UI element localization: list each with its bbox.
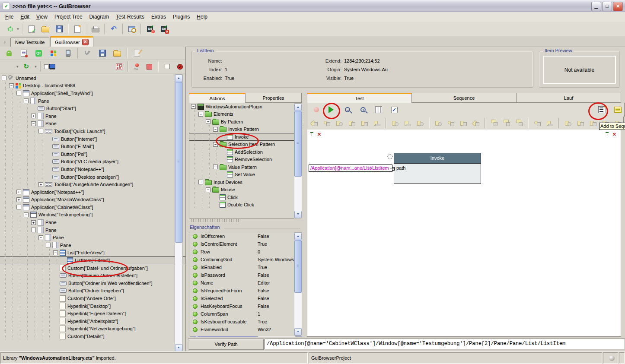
- tree-row[interactable]: Invoke: [189, 133, 302, 141]
- invoke-action-node[interactable]: Invoke path: [394, 153, 481, 184]
- minimize-button[interactable]: ▁: [591, 2, 601, 11]
- maximize-button[interactable]: □: [602, 2, 612, 11]
- collapse-icon[interactable]: −: [191, 104, 196, 109]
- tree-row[interactable]: −Window["Testumgebung"]: [0, 211, 185, 219]
- save-small-button[interactable]: [96, 47, 109, 59]
- tab-close-icon[interactable]: ✕: [82, 39, 89, 45]
- link-join-button[interactable]: [545, 117, 555, 129]
- dropdown-button[interactable]: ▼: [34, 60, 38, 73]
- align-middle-button[interactable]: [359, 117, 370, 129]
- tree-row[interactable]: Button["Ordner im Web veröffentlichen"]: [0, 279, 185, 287]
- tree-row[interactable]: −Desktop - localhost:9988: [0, 82, 185, 90]
- new-tab-button[interactable]: +: [0, 38, 10, 47]
- mobile-button[interactable]: [61, 47, 74, 59]
- collapse-icon[interactable]: −: [9, 83, 14, 88]
- property-row[interactable]: Row0: [189, 248, 302, 256]
- tree-row[interactable]: +Application["MozillaWindowClass"]: [0, 196, 185, 204]
- record-disabled-button[interactable]: [310, 104, 323, 116]
- collapse-icon[interactable]: −: [24, 98, 29, 103]
- tree-row[interactable]: Button["Notepad++"]: [0, 165, 185, 173]
- dropdown-button[interactable]: ▼: [15, 60, 19, 73]
- tree-row[interactable]: −Pane: [0, 234, 185, 241]
- tree-row[interactable]: +Application["Notepad++"]: [0, 188, 185, 196]
- collapse-icon[interactable]: −: [206, 119, 210, 124]
- tree-row[interactable]: Button["Desktop anzeigen"]: [0, 173, 185, 181]
- collapse-icon[interactable]: −: [24, 212, 29, 217]
- scroll-thumb[interactable]: [175, 82, 182, 243]
- tree-row[interactable]: Click: [189, 193, 302, 201]
- grid-red-button[interactable]: [114, 60, 124, 73]
- tree-row[interactable]: −Elements: [189, 111, 302, 118]
- node-down-button[interactable]: [402, 117, 413, 129]
- menu-test-results[interactable]: Test-Results: [112, 13, 148, 21]
- element-path-field[interactable]: /Application[@name='CabinetWClass']/Wind…: [265, 339, 625, 349]
- menu-edit[interactable]: Edit: [17, 13, 33, 21]
- tree-row[interactable]: Hyperlink["Netzwerkumgebung"]: [0, 325, 185, 333]
- undo-button[interactable]: ↶: [107, 23, 120, 35]
- element-up-button[interactable]: [471, 117, 481, 129]
- menu-help[interactable]: Help: [193, 13, 211, 21]
- validate-check-button[interactable]: ✓: [388, 104, 401, 116]
- property-row[interactable]: IsOffscreenFalse: [189, 232, 302, 240]
- android-button[interactable]: [3, 47, 16, 59]
- property-row[interactable]: IsControlElementTrue: [189, 240, 302, 248]
- selenium-stop-button[interactable]: Se✓✕: [157, 23, 170, 35]
- conn-ortho-1-button[interactable]: [575, 117, 586, 129]
- zoom-in-button[interactable]: +: [357, 104, 370, 116]
- doc-tab-new-testsuite[interactable]: New Testsuite: [10, 38, 49, 47]
- align-top-button[interactable]: [372, 117, 382, 129]
- properties-scrollbar[interactable]: ▲ ▼: [294, 232, 302, 336]
- menu-project-tree[interactable]: Project Tree: [51, 13, 86, 21]
- tree-row[interactable]: Custom["Details"]: [0, 332, 185, 340]
- tree-row[interactable]: −Invoke Pattern: [189, 126, 302, 133]
- property-row[interactable]: IsRequiredForFormFalse: [189, 287, 302, 294]
- tree-row[interactable]: +Pane: [0, 112, 185, 120]
- vertical-splitter[interactable]: [302, 93, 306, 337]
- open-small-button[interactable]: [111, 47, 124, 59]
- selenium-record-button[interactable]: Se✓: [143, 23, 156, 35]
- tree-row[interactable]: Hyperlink["Arbeitsplatz"]: [0, 317, 185, 325]
- tree-row[interactable]: −Input Devices: [189, 178, 302, 186]
- collapse-icon[interactable]: −: [46, 243, 51, 247]
- collapse-icon[interactable]: −: [198, 112, 203, 117]
- scroll-down-arrow[interactable]: ▼: [175, 344, 182, 351]
- remove-anchor-icon[interactable]: ✕: [317, 132, 321, 137]
- tree-row[interactable]: Set Value: [189, 171, 302, 179]
- property-row[interactable]: ContainingGridSystem.Windows.: [189, 256, 302, 263]
- delete-x-button[interactable]: [145, 47, 158, 59]
- tree-row[interactable]: −By Pattern: [189, 118, 302, 126]
- element-star-button[interactable]: [458, 117, 469, 129]
- menu-plugins[interactable]: Plugins: [169, 13, 193, 21]
- expand-icon[interactable]: +: [31, 220, 36, 225]
- tree-row[interactable]: −Application["Shell_TrayWnd"]: [0, 89, 185, 97]
- align-center-h-button[interactable]: [322, 117, 332, 129]
- record-button[interactable]: [131, 60, 142, 73]
- tab-test[interactable]: Test: [307, 93, 412, 103]
- collapse-icon[interactable]: −: [213, 165, 218, 169]
- tree-row[interactable]: −Pane: [0, 97, 185, 105]
- tree-row[interactable]: Custom["Andere Orte"]: [0, 294, 185, 302]
- collapse-icon[interactable]: −: [16, 91, 21, 95]
- actions-tree-scrollbar[interactable]: ▲ ▼: [294, 103, 302, 218]
- node-branch-button[interactable]: [415, 117, 425, 129]
- scroll-up-arrow[interactable]: ▲: [294, 233, 302, 240]
- stop-button[interactable]: [144, 60, 155, 73]
- menu-view[interactable]: View: [33, 13, 51, 21]
- tab-properties[interactable]: Properties: [246, 93, 302, 103]
- tree-row[interactable]: Hyperlink["Desktop"]: [0, 302, 185, 310]
- property-row[interactable]: IsEnabledTrue: [189, 263, 302, 271]
- scroll-up-arrow[interactable]: ▲: [175, 75, 182, 82]
- scroll-up-arrow[interactable]: ▲: [294, 104, 302, 111]
- tree-row[interactable]: Button["Neuen Ordner erstellen"]: [0, 272, 185, 279]
- path-input-box[interactable]: /Application[@nam...ane/List/ListItem: [309, 165, 392, 172]
- menu-file[interactable]: File: [2, 13, 17, 21]
- anchor-pin-icon[interactable]: [310, 132, 315, 137]
- menu-extras[interactable]: Extras: [148, 13, 169, 21]
- tree-row[interactable]: Button["Start"]: [0, 104, 185, 112]
- tab-actions[interactable]: Actions: [189, 93, 246, 103]
- tree-row[interactable]: −Mouse: [189, 186, 302, 194]
- property-row[interactable]: IsPasswordFalse: [189, 271, 302, 279]
- tree-row[interactable]: Double Click: [189, 201, 302, 209]
- form-view-button[interactable]: [611, 104, 624, 116]
- expand-icon[interactable]: +: [16, 197, 21, 202]
